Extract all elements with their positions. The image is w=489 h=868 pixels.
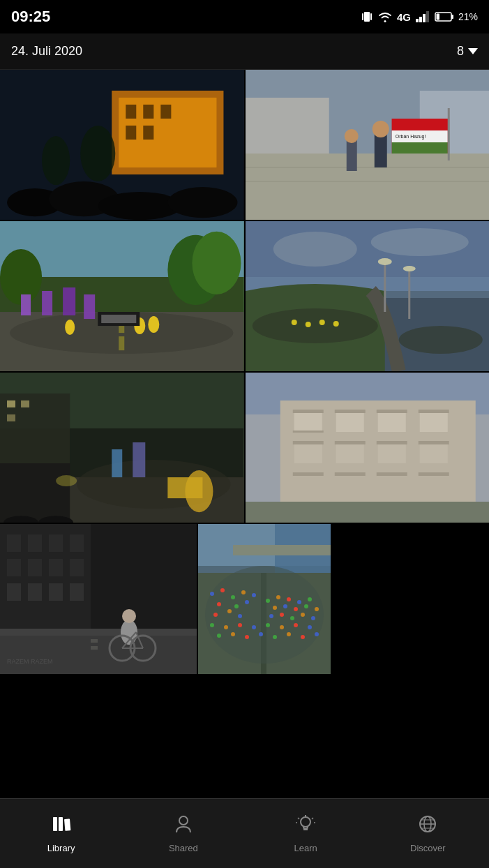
svg-point-159 xyxy=(234,604,239,608)
nav-label-discover: Discover xyxy=(410,843,446,853)
svg-rect-126 xyxy=(28,559,42,576)
svg-point-171 xyxy=(294,607,298,611)
svg-rect-94 xyxy=(292,410,323,413)
svg-rect-122 xyxy=(28,534,42,552)
photo-grid-container: Orbán Hazug! xyxy=(0,70,489,798)
svg-point-181 xyxy=(238,623,242,627)
svg-point-160 xyxy=(245,600,249,604)
svg-rect-34 xyxy=(391,119,447,130)
svg-rect-30 xyxy=(419,91,489,154)
svg-point-162 xyxy=(213,613,218,617)
svg-point-170 xyxy=(283,604,287,608)
svg-rect-121 xyxy=(7,534,21,552)
svg-point-157 xyxy=(252,593,256,597)
svg-rect-41 xyxy=(0,221,244,371)
svg-rect-128 xyxy=(70,559,84,576)
svg-point-180 xyxy=(224,625,228,629)
svg-rect-114 xyxy=(377,474,405,495)
svg-point-165 xyxy=(276,595,280,599)
svg-point-183 xyxy=(266,623,270,627)
svg-rect-15 xyxy=(160,105,171,119)
svg-point-43 xyxy=(167,235,223,305)
svg-rect-75 xyxy=(0,373,244,428)
photo-grid: Orbán Hazug! xyxy=(0,70,489,674)
wifi-icon xyxy=(377,10,393,23)
svg-rect-51 xyxy=(63,287,75,315)
svg-rect-96 xyxy=(336,411,363,432)
svg-point-167 xyxy=(297,600,301,604)
svg-rect-118 xyxy=(246,502,490,523)
svg-point-178 xyxy=(311,616,315,620)
svg-rect-8 xyxy=(451,15,453,19)
network-label: 4G xyxy=(397,11,411,23)
svg-rect-91 xyxy=(246,373,490,414)
svg-point-72 xyxy=(319,320,324,325)
svg-rect-46 xyxy=(0,312,244,371)
photo-6[interactable] xyxy=(246,373,490,523)
svg-rect-25 xyxy=(246,70,490,154)
svg-point-71 xyxy=(305,322,310,327)
svg-point-191 xyxy=(273,635,277,639)
svg-line-203 xyxy=(312,818,313,819)
nav-item-library[interactable]: Library xyxy=(0,814,122,853)
svg-point-199 xyxy=(301,817,310,827)
photo-row-3 xyxy=(0,373,489,523)
svg-point-177 xyxy=(301,613,305,617)
svg-rect-102 xyxy=(294,442,322,463)
svg-point-187 xyxy=(217,634,221,638)
photo-7[interactable]: RAZEM RAZEM xyxy=(0,524,197,674)
svg-point-153 xyxy=(210,592,214,596)
svg-rect-134 xyxy=(91,632,98,636)
svg-point-73 xyxy=(333,321,338,327)
photo-row-4: RAZEM RAZEM xyxy=(0,524,489,674)
svg-rect-117 xyxy=(418,472,449,476)
svg-rect-50 xyxy=(42,291,52,315)
svg-rect-39 xyxy=(346,140,356,171)
svg-rect-5 xyxy=(423,14,426,22)
svg-rect-57 xyxy=(98,312,140,326)
svg-rect-76 xyxy=(0,394,70,523)
svg-rect-136 xyxy=(91,646,98,650)
header-date: 24. Juli 2020 xyxy=(11,44,82,59)
svg-point-164 xyxy=(266,599,270,603)
svg-rect-87 xyxy=(133,442,145,477)
svg-rect-101 xyxy=(418,410,449,413)
svg-point-69 xyxy=(398,326,482,354)
nav-item-shared[interactable]: Shared xyxy=(122,814,244,853)
svg-point-141 xyxy=(130,636,156,661)
svg-point-188 xyxy=(231,632,235,636)
svg-rect-53 xyxy=(84,294,95,319)
svg-rect-150 xyxy=(198,573,331,674)
svg-rect-10 xyxy=(0,70,244,220)
photo-8[interactable] xyxy=(198,524,331,674)
svg-point-179 xyxy=(210,623,214,627)
svg-rect-100 xyxy=(419,411,447,432)
photo-3[interactable] xyxy=(0,221,244,371)
svg-rect-42 xyxy=(0,221,244,277)
svg-rect-29 xyxy=(246,98,329,154)
photo-2[interactable]: Orbán Hazug! xyxy=(246,70,490,220)
svg-rect-60 xyxy=(246,221,490,291)
photo-5[interactable] xyxy=(0,373,244,523)
svg-rect-119 xyxy=(0,524,197,674)
svg-point-55 xyxy=(148,316,159,333)
svg-point-189 xyxy=(245,635,249,639)
nav-item-discover[interactable]: Discover xyxy=(367,814,489,853)
svg-rect-36 xyxy=(391,142,447,154)
header-count[interactable]: 8 xyxy=(457,44,478,59)
svg-point-22 xyxy=(80,126,115,181)
nav-item-learn[interactable]: Learn xyxy=(245,814,367,853)
svg-point-68 xyxy=(252,308,377,343)
status-bar: 09:25 4G 21% xyxy=(0,0,489,33)
svg-rect-48 xyxy=(119,336,124,350)
nav-label-library: Library xyxy=(47,843,75,853)
status-time: 09:25 xyxy=(11,8,50,26)
photo-4[interactable] xyxy=(246,221,490,371)
svg-rect-116 xyxy=(419,474,447,495)
photo-1[interactable] xyxy=(0,70,244,220)
svg-rect-125 xyxy=(7,559,21,576)
svg-line-143 xyxy=(136,632,143,648)
svg-rect-103 xyxy=(292,441,323,444)
svg-rect-59 xyxy=(246,221,490,371)
svg-point-138 xyxy=(121,620,137,645)
